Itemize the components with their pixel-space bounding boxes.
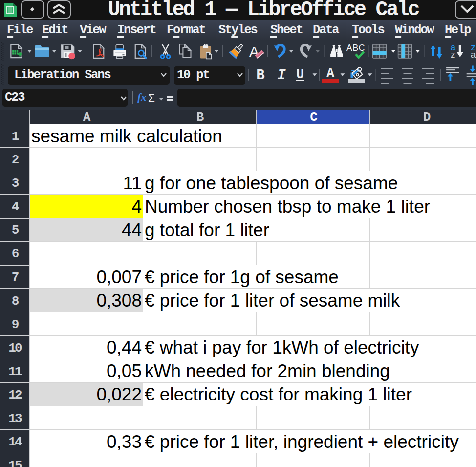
svg-text:B: B bbox=[256, 67, 264, 84]
svg-text:ABC: ABC bbox=[346, 43, 365, 53]
svg-text:z: z bbox=[451, 49, 455, 60]
svg-text:I: I bbox=[277, 67, 286, 84]
svg-text:a: a bbox=[471, 49, 476, 60]
svg-text:U: U bbox=[296, 67, 304, 82]
